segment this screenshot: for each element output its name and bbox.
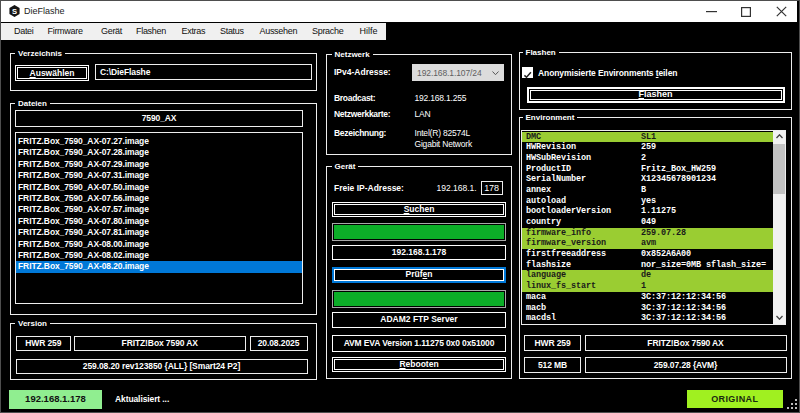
svg-text:S: S: [12, 7, 17, 16]
